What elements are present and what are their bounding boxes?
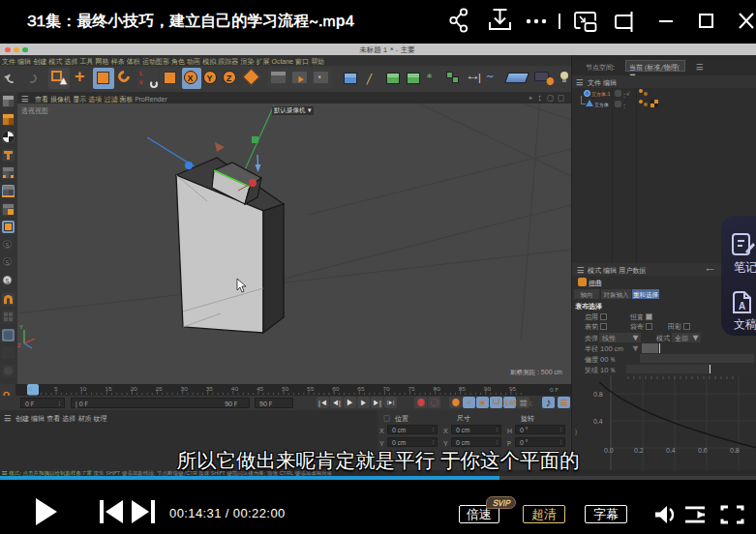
svg-text:00:14:31 / 00:22:00: 00:14:31 / 00:22:00: [169, 506, 286, 520]
svg-text:Y: Y: [19, 323, 23, 331]
svg-text:): ): [575, 429, 577, 436]
svg-text:45: 45: [257, 385, 264, 393]
svg-text:0.4: 0.4: [593, 418, 603, 426]
svg-text:80: 80: [434, 385, 441, 393]
svg-text:0 F: 0 F: [550, 386, 559, 394]
svg-text:55: 55: [307, 385, 315, 393]
svg-text:30: 30: [181, 385, 189, 393]
svg-text:10: 10: [79, 385, 87, 393]
svg-text:A: A: [739, 300, 745, 312]
svg-text:35: 35: [206, 385, 214, 393]
svg-text:15: 15: [105, 385, 112, 393]
svg-text:Z: Z: [17, 341, 21, 349]
svg-text:70: 70: [382, 385, 390, 393]
svg-text:60: 60: [332, 385, 340, 393]
svg-text:85: 85: [459, 385, 467, 393]
svg-text:0: 0: [29, 385, 33, 393]
svg-text:95: 95: [509, 385, 517, 393]
svg-text:25: 25: [156, 385, 164, 393]
svg-text:5: 5: [54, 385, 58, 393]
svg-text:65: 65: [357, 385, 365, 393]
svg-text:75: 75: [408, 385, 416, 393]
svg-text:40: 40: [231, 385, 239, 393]
svg-text:0.8: 0.8: [593, 391, 603, 399]
svg-text:20: 20: [130, 385, 137, 393]
svg-text:90: 90: [484, 385, 492, 393]
svg-text:50: 50: [282, 385, 289, 393]
